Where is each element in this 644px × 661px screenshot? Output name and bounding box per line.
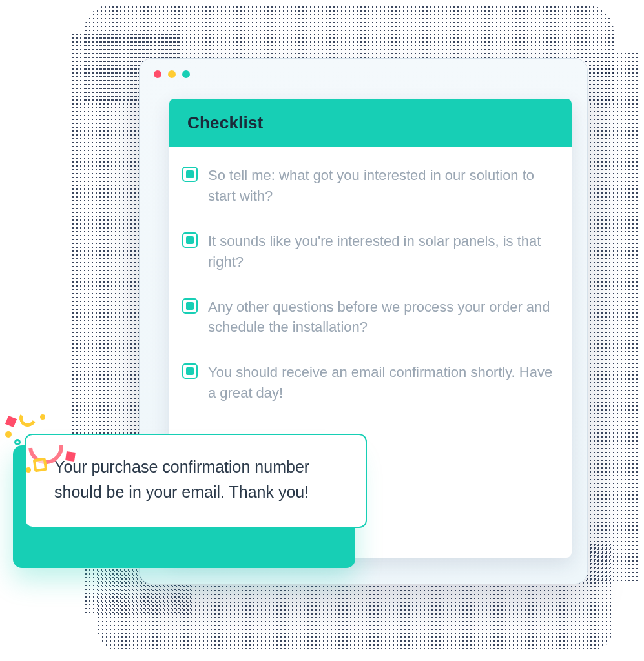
checklist-item: You should receive an email confirmation… xyxy=(182,362,555,403)
checklist-item-text: So tell me: what got you interested in o… xyxy=(208,165,555,207)
checklist-item-text: You should receive an email confirmation… xyxy=(208,362,555,403)
checkbox[interactable] xyxy=(182,363,198,379)
confetti-icon xyxy=(5,431,12,438)
checkbox[interactable] xyxy=(182,232,198,248)
checkbox[interactable] xyxy=(182,167,198,182)
checkbox[interactable] xyxy=(182,298,198,314)
panel-header: Checklist xyxy=(169,99,572,147)
confetti-icon xyxy=(40,414,45,420)
checkbox-checked-icon xyxy=(186,367,194,375)
minimize-icon[interactable] xyxy=(168,70,176,78)
confirmation-popup: Your purchase confirmation number should… xyxy=(25,434,367,528)
confetti-icon xyxy=(17,407,38,429)
checklist-item: It sounds like you're interested in sola… xyxy=(182,231,555,272)
window-titlebar xyxy=(140,59,587,90)
close-icon[interactable] xyxy=(154,70,161,78)
checklist-item-text: It sounds like you're interested in sola… xyxy=(208,231,555,272)
checklist-items: So tell me: what got you interested in o… xyxy=(169,147,572,403)
checklist-item-text: Any other questions before we process yo… xyxy=(208,297,555,338)
decorative-texture xyxy=(581,52,639,581)
checklist-item: Any other questions before we process yo… xyxy=(182,297,555,338)
maximize-icon[interactable] xyxy=(182,70,190,78)
confetti-icon xyxy=(5,416,17,427)
confetti-icon xyxy=(14,439,21,445)
checklist-item: So tell me: what got you interested in o… xyxy=(182,165,555,207)
checkbox-checked-icon xyxy=(186,236,194,244)
panel-title: Checklist xyxy=(187,113,554,133)
checkbox-checked-icon xyxy=(186,302,194,310)
checkbox-checked-icon xyxy=(186,170,194,178)
popup-message: Your purchase confirmation number should… xyxy=(54,454,344,505)
